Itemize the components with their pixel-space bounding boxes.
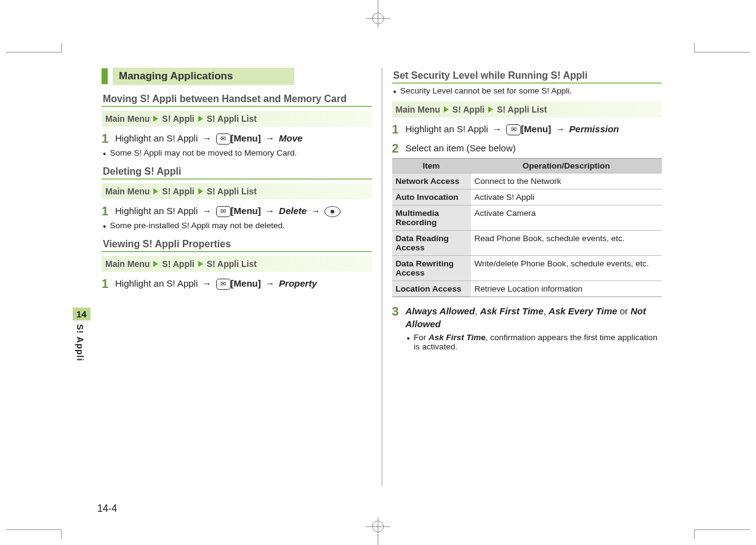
breadcrumb: Main Menu S! Appli S! Appli List — [392, 101, 662, 117]
crop-mark — [682, 520, 750, 539]
step-number: 1 — [392, 122, 406, 137]
left-column: Managing Applications Moving S! Appli be… — [95, 68, 378, 486]
chapter-number: 14 — [73, 308, 90, 320]
step: 3 Always Allowed, Ask First Time, Ask Ev… — [392, 304, 662, 330]
step-number: 1 — [102, 277, 115, 291]
breadcrumb-item: Main Menu — [105, 259, 150, 269]
arrow-right-icon: → — [200, 205, 213, 216]
arrow-right-icon: → — [263, 278, 276, 288]
chevron-right-icon — [444, 106, 449, 113]
page-body: Managing Applications Moving S! Appli be… — [95, 68, 668, 486]
table-row: Data Rewriting AccessWrite/delete Phone … — [392, 256, 662, 281]
chevron-right-icon — [198, 261, 203, 267]
breadcrumb-item: S! Appli List — [207, 186, 257, 196]
page-number: 14-4 — [97, 503, 117, 514]
step-body: Always Allowed, Ask First Time, Ask Ever… — [406, 304, 662, 330]
arrow-right-icon: → — [309, 205, 322, 216]
table-row: Auto InvocationActivate S! Appli — [392, 189, 662, 205]
chapter-label: S! Appli — [73, 320, 87, 365]
section-title: Moving S! Appli between Handset and Memo… — [102, 91, 372, 107]
breadcrumb-item: S! Appli — [162, 114, 194, 124]
table-row: Network AccessConnect to the Network — [392, 173, 662, 189]
mail-key-icon: ✉ — [216, 206, 231, 217]
column-divider — [382, 68, 382, 486]
breadcrumb: Main Menu S! Appli S! Appli List — [102, 183, 372, 199]
crop-mark — [682, 43, 750, 62]
arrow-right-icon: → — [553, 124, 566, 134]
note: Security Level cannot be set for some S!… — [393, 86, 662, 95]
table-row: Multimedia RecordingActivate Camera — [392, 205, 662, 231]
permission-table: Item Operation/Description Network Acces… — [392, 158, 662, 297]
registration-mark — [366, 514, 390, 545]
right-column: Set Security Level while Running S! Appl… — [386, 68, 669, 486]
section-title: Viewing S! Appli Properties — [102, 236, 372, 252]
table-header: Item — [392, 159, 471, 173]
step-number: 1 — [102, 204, 115, 218]
arrow-right-icon: → — [200, 133, 213, 143]
breadcrumb-item: Main Menu — [396, 105, 440, 114]
breadcrumb-item: S! Appli — [162, 259, 194, 269]
chevron-right-icon — [488, 106, 493, 113]
sub-note: For Ask First Time, confirmation appears… — [407, 333, 662, 351]
heading-text: Managing Applications — [113, 68, 294, 85]
arrow-right-icon: → — [491, 124, 504, 134]
step: 1 Highlight an S! Appli → ✉[Menu] → Prop… — [102, 277, 372, 291]
crop-mark — [6, 520, 74, 539]
note: Some pre-installed S! Appli may not be d… — [103, 221, 372, 230]
arrow-right-icon: → — [200, 278, 213, 288]
mail-key-icon: ✉ — [216, 279, 231, 290]
step-body: Highlight an S! Appli → ✉[Menu] → Move — [115, 132, 302, 146]
step-body: Highlight an S! Appli → ✉[Menu] → Permis… — [406, 122, 619, 137]
table-header: Operation/Description — [471, 159, 662, 173]
chapter-heading: Managing Applications — [102, 68, 372, 85]
breadcrumb: Main Menu S! Appli S! Appli List — [102, 256, 372, 272]
breadcrumb-item: S! Appli — [452, 105, 485, 114]
table-header-row: Item Operation/Description — [392, 159, 662, 173]
registration-mark — [366, 0, 390, 31]
step-number: 2 — [392, 141, 406, 156]
chevron-right-icon — [153, 116, 158, 122]
step-body: Highlight an S! Appli → ✉[Menu] → Proper… — [115, 277, 317, 291]
side-tab: 14 S! Appli — [73, 308, 90, 365]
breadcrumb-item: Main Menu — [105, 114, 150, 124]
step-body: Select an item (See below) — [406, 141, 516, 156]
breadcrumb-item: S! Appli — [162, 186, 194, 196]
arrow-right-icon: → — [263, 205, 276, 216]
arrow-right-icon: → — [263, 133, 276, 143]
mail-key-icon: ✉ — [506, 124, 521, 135]
step: 1 Highlight an S! Appli → ✉[Menu] → Dele… — [102, 204, 372, 218]
section-title: Deleting S! Appli — [102, 164, 372, 180]
section-title: Set Security Level while Running S! Appl… — [392, 68, 662, 84]
note: Some S! Appli may not be moved to Memory… — [103, 148, 372, 157]
breadcrumb-item: S! Appli List — [207, 114, 257, 124]
chevron-right-icon — [153, 188, 158, 194]
step: 2 Select an item (See below) — [392, 141, 662, 156]
step: 1 Highlight an S! Appli → ✉[Menu] → Perm… — [392, 122, 662, 137]
step: 1 Highlight an S! Appli → ✉[Menu] → Move — [102, 132, 372, 146]
crop-mark — [6, 43, 74, 62]
breadcrumb-item: S! Appli List — [497, 105, 547, 114]
heading-accent — [102, 68, 108, 84]
table-row: Location AccessRetrieve Location informa… — [392, 281, 662, 297]
chevron-right-icon — [198, 116, 203, 122]
chevron-right-icon — [153, 261, 158, 267]
center-key-icon — [324, 206, 340, 217]
step-number: 3 — [392, 304, 406, 330]
breadcrumb: Main Menu S! Appli S! Appli List — [102, 111, 372, 127]
breadcrumb-item: S! Appli List — [207, 259, 257, 269]
step-body: Highlight an S! Appli → ✉[Menu] → Delete… — [115, 204, 340, 218]
breadcrumb-item: Main Menu — [105, 186, 150, 196]
chevron-right-icon — [198, 188, 203, 194]
step-number: 1 — [102, 132, 115, 146]
mail-key-icon: ✉ — [216, 133, 231, 145]
table-row: Data Reading AccessRead Phone Book, sche… — [392, 231, 662, 256]
